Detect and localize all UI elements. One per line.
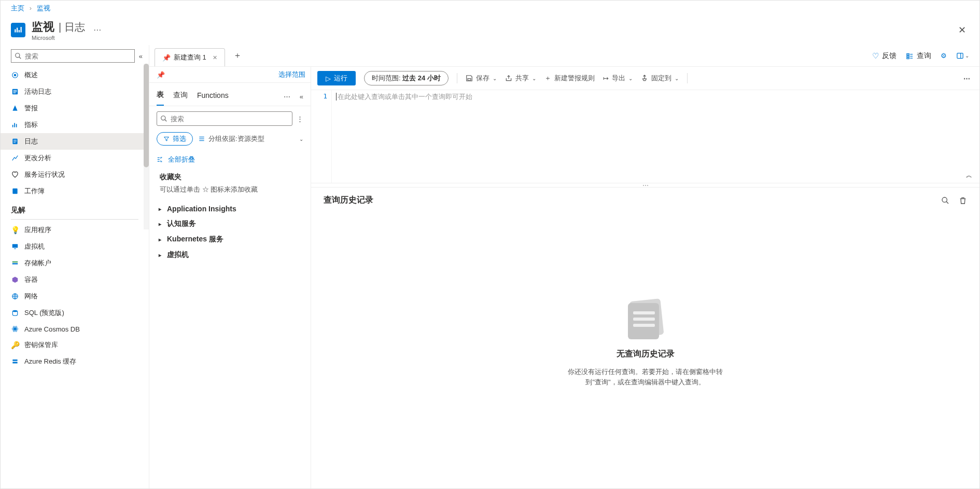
sidebar-item-label: 指标 xyxy=(24,120,38,130)
save-button[interactable]: 保存⌄ xyxy=(466,74,497,83)
filter-button[interactable]: 筛选 xyxy=(157,132,193,146)
pin-to-button[interactable]: 固定到⌄ xyxy=(641,74,679,83)
group-by-label: 分组依据:资源类型 xyxy=(208,134,264,143)
select-scope-link[interactable]: 选择范围 xyxy=(278,70,305,79)
gear-icon[interactable]: ⚙ xyxy=(941,52,947,60)
mid-tab-functions[interactable]: Functions xyxy=(197,88,229,105)
query-history-panel: 查询历史记录 无查询历史记录 xyxy=(311,188,979,488)
sidebar: « 概述 活动日志 警报 指标 日志 更改分析 服务运行状况 工作簿 见解 💡应… xyxy=(1,45,149,488)
page-title: 监视 xyxy=(32,19,54,35)
svg-point-5 xyxy=(14,74,16,76)
sidebar-item-vm[interactable]: 虚拟机 xyxy=(1,238,149,255)
page-header: 监视 | 日志 … Microsoft ✕ xyxy=(1,16,979,45)
sidebar-item-metrics[interactable]: 指标 xyxy=(1,117,149,133)
sidebar-item-applications[interactable]: 💡应用程序 xyxy=(1,222,149,238)
svg-rect-17 xyxy=(12,189,17,194)
svg-rect-2 xyxy=(19,30,20,33)
mid-tabs-more-icon[interactable]: ⋯ xyxy=(284,93,290,100)
header-more-icon[interactable]: … xyxy=(93,23,102,33)
sidebar-item-network[interactable]: 网络 xyxy=(1,288,149,305)
sidebar-item-containers[interactable]: 容器 xyxy=(1,271,149,288)
caret-icon: ▸ xyxy=(159,206,164,212)
chevron-up-icon[interactable]: ︽ xyxy=(966,171,972,180)
svg-rect-19 xyxy=(14,249,16,249)
editor-placeholder: 在此处键入查询或单击其中一个查询即可开始 xyxy=(336,93,472,100)
feedback-button[interactable]: ♡反馈 xyxy=(872,51,897,61)
save-label: 保存 xyxy=(476,74,489,83)
filter-label: 筛选 xyxy=(173,134,186,143)
share-button[interactable]: 共享⌄ xyxy=(505,74,536,83)
run-button[interactable]: ▷运行 xyxy=(317,71,356,85)
sidebar-item-logs[interactable]: 日志 xyxy=(1,133,149,150)
tree-item-vm[interactable]: ▸虚拟机 xyxy=(157,247,303,263)
svg-rect-32 xyxy=(907,57,909,59)
sidebar-item-workbooks[interactable]: 工作簿 xyxy=(1,183,149,199)
svg-rect-10 xyxy=(12,125,13,127)
sidebar-item-activity-log[interactable]: 活动日志 xyxy=(1,83,149,100)
collapse-all-button[interactable]: 全部折叠 xyxy=(149,151,311,168)
splitter-handle[interactable]: ⋯︽ xyxy=(311,183,979,188)
tab-new-query-1[interactable]: 📌 新建查询 1 ✕ xyxy=(155,48,225,66)
new-alert-rule-button[interactable]: ＋新建警报规则 xyxy=(544,74,595,83)
queries-button[interactable]: 查询 xyxy=(906,51,931,61)
sidebar-item-storage[interactable]: 存储帐户 xyxy=(1,255,149,271)
tab-label: 新建查询 1 xyxy=(174,53,206,62)
feedback-label: 反馈 xyxy=(882,51,897,61)
page-subtitle: | 日志 xyxy=(59,20,85,34)
caret-icon: ▸ xyxy=(159,252,164,258)
tab-add-button[interactable]: ＋ xyxy=(229,48,246,63)
sidebar-item-label: 容器 xyxy=(24,275,38,284)
tab-close-icon[interactable]: ✕ xyxy=(213,54,217,61)
sidebar-item-sql[interactable]: SQL (预览版) xyxy=(1,305,149,321)
pin-label: 固定到 xyxy=(651,74,671,83)
toolbar-more-icon[interactable]: ⋯ xyxy=(960,75,973,82)
sidebar-item-keyvault[interactable]: 🔑密钥保管库 xyxy=(1,337,149,353)
sidebar-item-redis[interactable]: Azure Redis 缓存 xyxy=(1,353,149,370)
svg-point-45 xyxy=(942,197,947,202)
svg-point-23 xyxy=(12,310,17,312)
breadcrumb-current[interactable]: 监视 xyxy=(37,4,50,12)
mid-tab-queries[interactable]: 查询 xyxy=(173,88,188,105)
query-editor[interactable]: 1 在此处键入查询或单击其中一个查询即可开始 xyxy=(311,90,979,183)
pin-icon: 📌 xyxy=(162,54,171,62)
svg-rect-11 xyxy=(14,123,15,127)
pin-icon: 📌 xyxy=(157,71,165,79)
sidebar-item-change-analysis[interactable]: 更改分析 xyxy=(1,150,149,166)
mid-search-more-icon[interactable]: ⋮ xyxy=(297,115,303,123)
sidebar-item-overview[interactable]: 概述 xyxy=(1,67,149,83)
editor-body[interactable]: 在此处键入查询或单击其中一个查询即可开始 xyxy=(332,90,979,183)
metrics-icon xyxy=(11,121,19,129)
panel-toggle-button[interactable]: ⌄ xyxy=(956,52,969,60)
empty-body: 你还没有运行任何查询。若要开始，请在侧窗格中转到"查询"，或在查询编辑器中键入查… xyxy=(568,367,723,387)
sidebar-scrollbar[interactable] xyxy=(144,64,149,229)
monitor-icon xyxy=(11,23,25,37)
sidebar-item-label: SQL (预览版) xyxy=(24,308,64,318)
close-icon[interactable]: ✕ xyxy=(955,21,969,39)
tree-item-cognitive[interactable]: ▸认知服务 xyxy=(157,216,303,232)
collapse-all-label: 全部折叠 xyxy=(168,155,195,164)
key-icon: 🔑 xyxy=(11,341,19,349)
sidebar-item-alerts[interactable]: 警报 xyxy=(1,100,149,117)
sidebar-item-cosmos[interactable]: Azure Cosmos DB xyxy=(1,321,149,337)
separator xyxy=(687,73,688,83)
breadcrumb-home[interactable]: 主页 xyxy=(11,4,24,12)
tree-item-app-insights[interactable]: ▸Application Insights xyxy=(157,202,303,216)
heart-icon: ♡ xyxy=(872,51,879,61)
sidebar-item-service-health[interactable]: 服务运行状况 xyxy=(1,166,149,183)
svg-rect-21 xyxy=(12,263,18,264)
schema-search-input[interactable] xyxy=(157,111,292,126)
mid-tab-tables[interactable]: 表 xyxy=(157,87,164,106)
mid-collapse-icon[interactable]: « xyxy=(300,93,303,100)
time-range-button[interactable]: 时间范围: 过去 24 小时 xyxy=(364,71,449,85)
sidebar-collapse-icon[interactable]: « xyxy=(139,52,143,60)
history-search-icon[interactable] xyxy=(941,196,949,205)
run-label: 运行 xyxy=(334,74,347,83)
sidebar-search-input[interactable] xyxy=(11,49,135,63)
group-by-button[interactable]: 分组依据:资源类型 ⌄ xyxy=(198,134,303,143)
history-delete-icon[interactable] xyxy=(959,196,967,205)
tree-item-kubernetes[interactable]: ▸Kubernetes 服务 xyxy=(157,232,303,247)
export-button[interactable]: ↦导出⌄ xyxy=(603,74,633,83)
empty-state-icon xyxy=(625,300,666,341)
vendor-label: Microsoft xyxy=(32,35,102,41)
svg-rect-14 xyxy=(13,140,17,140)
